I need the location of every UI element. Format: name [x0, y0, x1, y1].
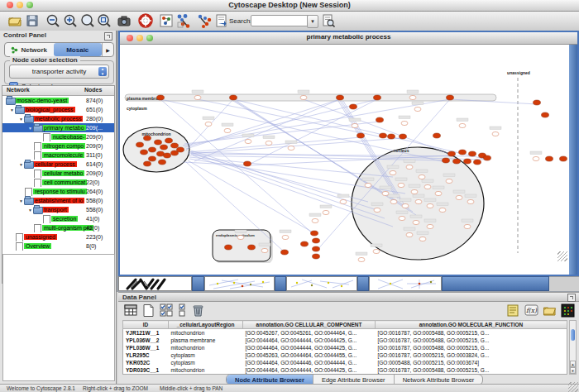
background-window-fragment[interactable] [286, 276, 357, 291]
scroll-up-icon[interactable]: ▲ [570, 361, 576, 367]
network-edge[interactable] [183, 162, 247, 165]
tree-row-metabolic-process[interactable]: ▼metabolic process280(0) [2, 114, 114, 123]
scroll-down-icon[interactable]: ▼ [570, 367, 576, 374]
network-node-colored[interactable] [230, 95, 237, 100]
snapshot-camera-icon[interactable] [117, 13, 132, 28]
table-cell[interactable]: [GO:0044464, GO:0044446, GO:0044444, G..… [243, 359, 376, 366]
table-cell[interactable]: [GO:0005488, GO:0005215, GO:0003674] [376, 359, 567, 366]
network-node-unselected[interactable] [399, 216, 405, 220]
table-cell[interactable]: cytoplasm [169, 359, 243, 366]
unselect-attributes-icon[interactable] [177, 304, 191, 318]
network-node-colored[interactable] [155, 140, 162, 145]
network-node-colored[interactable] [484, 155, 491, 160]
network-node-unselected[interactable] [467, 199, 474, 203]
network-edge[interactable] [184, 122, 380, 144]
network-node-unselected[interactable] [224, 128, 231, 132]
open-session-icon[interactable] [7, 13, 22, 28]
network-node-unselected[interactable] [411, 189, 418, 194]
network-node-unselected[interactable] [435, 191, 442, 195]
network-node-unselected[interactable] [266, 141, 272, 145]
help-ring-icon[interactable] [138, 13, 153, 28]
background-window-fragment[interactable] [369, 276, 442, 291]
network-node-colored[interactable] [546, 156, 553, 161]
table-cell[interactable]: plasma membrane [169, 337, 243, 344]
tree-row-mosaic-demo-yeast[interactable]: mosaic-demo-yeast874(0) [2, 96, 114, 105]
network-node-unselected[interactable] [365, 183, 371, 187]
search-input[interactable] [251, 15, 310, 26]
table-row[interactable]: YKR052Ccytoplasm[GO:0044464, GO:0044446,… [123, 359, 567, 366]
expand-triangle-icon[interactable]: ▼ [18, 198, 24, 203]
advanced-search-icon[interactable] [321, 13, 336, 28]
network-node-colored[interactable] [301, 241, 309, 246]
window-resize-grip[interactable] [572, 385, 578, 392]
network-node-colored[interactable] [357, 133, 365, 138]
network-node-unselected[interactable] [352, 123, 358, 127]
table-row[interactable]: YPL036W__1mitochondrion[GO:0044464, GO:0… [123, 344, 567, 351]
network-node-unselected[interactable] [414, 107, 421, 111]
network-node-unselected[interactable] [261, 248, 268, 252]
save-session-icon[interactable] [25, 13, 40, 28]
network-node-colored[interactable] [337, 95, 344, 100]
tree-row-multi-organism-pro[interactable]: multi-organism pro42(0) [2, 223, 114, 232]
table-cell[interactable]: [GO:0044464, GO:0044444, GO:0044425, G..… [243, 344, 376, 351]
search-dropdown-icon[interactable]: ▼ [307, 15, 318, 28]
background-window-titlebar[interactable] [357, 276, 369, 291]
network-node-colored[interactable] [177, 147, 184, 152]
tree-row-primary-metabo[interactable]: ▼primary metabo209(... [2, 123, 114, 132]
network-node-colored[interactable] [244, 161, 251, 166]
col-id[interactable]: ID [123, 321, 169, 329]
network-node-colored[interactable] [171, 143, 179, 148]
network-node-colored[interactable] [453, 159, 461, 164]
col-go-cellular-component[interactable]: annotation.GO CELLULAR_COMPONENT [243, 321, 376, 329]
attribute-notes-icon[interactable] [506, 304, 520, 318]
table-cell[interactable]: [GO:0016787, GO:0005215, GO:0003824, G..… [376, 351, 567, 359]
network-edge[interactable] [188, 160, 314, 233]
float-panel-icon[interactable] [104, 32, 112, 41]
network-overview-icon[interactable] [159, 13, 174, 28]
network-canvas[interactable]: plasma membrane cytoplasm mitochondrion … [120, 45, 569, 263]
network-node-colored[interactable] [469, 151, 476, 156]
table-cell[interactable]: [GO:0016787, GO:0005488, GO:0005215, G..… [376, 337, 567, 344]
network-node-colored[interactable] [448, 151, 456, 156]
network-node-colored[interactable] [433, 133, 441, 138]
table-cell[interactable]: YPL036W__2 [123, 337, 169, 344]
tree-row-macromolecule[interactable]: macromolecule311(0) [2, 151, 114, 160]
expand-triangle-icon[interactable]: ▼ [18, 117, 24, 122]
expand-triangle-icon[interactable]: ▼ [27, 126, 33, 131]
table-cell[interactable]: YKR052C [123, 359, 169, 366]
network-edge[interactable] [183, 99, 450, 146]
delete-attribute-trash-icon[interactable] [191, 304, 205, 318]
apply-layout-b-icon[interactable] [196, 13, 211, 28]
network-node-unselected[interactable] [409, 95, 416, 99]
network-node-unselected[interactable] [288, 146, 294, 150]
col-cellular-layout-region[interactable]: _cellularLayoutRegion [169, 321, 243, 329]
network-node-unselected[interactable] [439, 208, 446, 212]
network-node-colored[interactable] [144, 161, 151, 166]
network-node-unselected[interactable] [419, 174, 425, 179]
expand-triangle-icon[interactable]: ▼ [9, 108, 15, 112]
network-node-unselected[interactable] [406, 165, 413, 169]
tree-row-overview[interactable]: Overview8(0) [2, 241, 114, 251]
tree-row-cellular-process[interactable]: ▼cellular process614(0) [2, 160, 114, 169]
network-node-colored[interactable] [313, 246, 320, 251]
table-cell[interactable]: [GO:0016787, GO:0005488, GO:0005215, G..… [376, 329, 567, 337]
network-edge[interactable] [191, 151, 377, 210]
table-cell[interactable]: YJR121W__1 [123, 329, 169, 337]
network-node-colored[interactable] [144, 136, 151, 141]
network-node-unselected[interactable] [413, 220, 419, 224]
tree-row-response-to-stimulu[interactable]: response to stimulu264(0) [2, 187, 114, 196]
node-color-dropdown[interactable]: transporter activity ▲▼ [9, 65, 109, 79]
network-node-unselected[interactable] [390, 170, 396, 174]
background-window-titlebar[interactable] [275, 276, 286, 291]
attribute-matrix-icon[interactable] [561, 304, 575, 318]
network-node-colored[interactable] [149, 147, 156, 152]
tree-row-transport[interactable]: ▼transport558(0) [2, 205, 114, 214]
network-node-unselected[interactable] [237, 235, 244, 239]
tab-network[interactable]: Network [5, 43, 54, 56]
network-node-colored[interactable] [164, 153, 171, 158]
network-node-unselected[interactable] [446, 179, 452, 183]
expand-triangle-icon[interactable]: ▼ [18, 162, 24, 167]
network-node-colored[interactable] [225, 245, 232, 250]
tree-row-biological-process[interactable]: ▼biological_process651(0) [2, 105, 114, 114]
network-node-colored[interactable] [281, 250, 289, 255]
